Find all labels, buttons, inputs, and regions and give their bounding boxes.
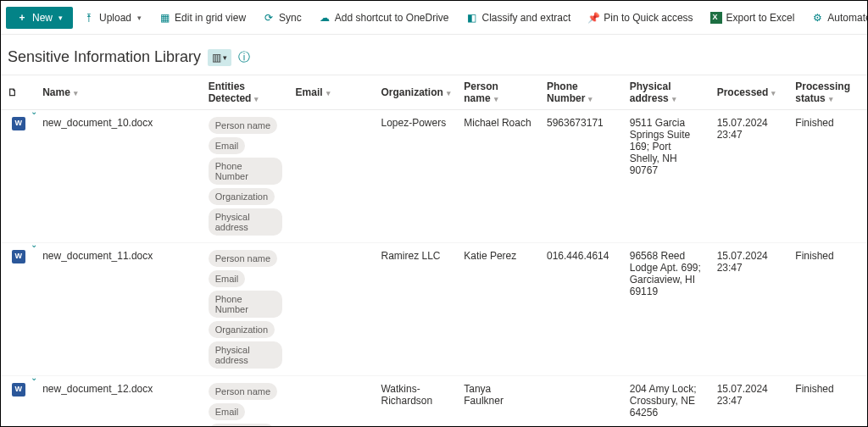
- entities-cell: Person nameEmailOrganizationPhysical add…: [202, 376, 289, 428]
- classify-label: Classify and extract: [482, 12, 571, 24]
- pin-label: Pin to Quick access: [604, 12, 693, 24]
- email-cell: [289, 243, 375, 376]
- entity-chip: Phone Number: [209, 291, 282, 318]
- upload-label: Upload: [99, 12, 131, 24]
- table-row[interactable]: ⌄new_document_12.docxPerson nameEmailOrg…: [1, 376, 867, 428]
- upload-icon: ⭱: [83, 12, 95, 24]
- new-indicator-icon: ⌄: [31, 240, 37, 249]
- chevron-down-icon: ▾: [254, 95, 259, 103]
- col-person[interactable]: Person name▾: [457, 75, 540, 110]
- file-name: new_document_11.docx: [42, 250, 153, 262]
- automate-button[interactable]: ⚙ Automate ▾: [804, 7, 868, 29]
- pin-button[interactable]: 📌 Pin to Quick access: [581, 7, 699, 29]
- col-org[interactable]: Organization▾: [374, 75, 457, 110]
- command-bar: + New ▾ ⭱ Upload ▾ ▦ Edit in grid view ⟳…: [1, 1, 867, 35]
- new-label: New: [32, 12, 53, 24]
- file-type-cell: [1, 110, 36, 243]
- library-icon: ▥: [212, 52, 221, 64]
- grid-label: Edit in grid view: [175, 12, 246, 24]
- file-table: 🗋 Name▾ Entities Detected▾ Email▾ Organi…: [1, 75, 867, 427]
- person-cell: Michael Roach: [457, 110, 540, 243]
- docx-icon: [12, 250, 25, 263]
- file-icon: 🗋: [8, 86, 18, 98]
- status-cell: Finished: [788, 376, 867, 428]
- file-name-cell[interactable]: ⌄new_document_12.docx: [36, 376, 202, 428]
- shortcut-icon: ☁: [319, 12, 331, 24]
- entity-chip: Organization: [209, 188, 275, 205]
- entities-cell: Person nameEmailPhone NumberOrganization…: [202, 110, 289, 243]
- view-switcher[interactable]: ▥ ▾: [208, 49, 231, 66]
- excel-icon: [710, 12, 722, 24]
- shortcut-button[interactable]: ☁ Add shortcut to OneDrive: [312, 7, 456, 29]
- status-cell: Finished: [788, 243, 867, 376]
- phone-cell: 016.446.4614: [540, 243, 623, 376]
- chevron-down-icon: ▾: [588, 95, 593, 103]
- entity-chip: Email: [209, 403, 246, 420]
- chevron-down-icon: ▾: [829, 95, 833, 103]
- file-name: new_document_12.docx: [42, 383, 153, 395]
- entity-chip: Person name: [209, 250, 277, 267]
- chevron-down-icon: ▾: [672, 95, 676, 103]
- file-type-cell: [1, 243, 36, 376]
- chevron-down-icon: ▾: [58, 14, 63, 22]
- info-icon[interactable]: ⓘ: [238, 50, 250, 65]
- header-row: 🗋 Name▾ Entities Detected▾ Email▾ Organi…: [1, 75, 867, 110]
- export-excel-button[interactable]: Export to Excel: [704, 7, 802, 29]
- entity-chip: Organization: [209, 424, 275, 427]
- entity-chip: Phone Number: [209, 158, 282, 185]
- entities-cell: Person nameEmailPhone NumberOrganization…: [202, 243, 289, 376]
- person-cell: Tanya Faulkner: [457, 376, 540, 428]
- chevron-down-icon: ▾: [494, 95, 498, 103]
- entity-chip: Physical address: [209, 341, 282, 369]
- col-addr[interactable]: Physical address▾: [623, 75, 710, 110]
- addr-cell: 9511 Garcia Springs Suite 169; Port Shel…: [623, 110, 710, 243]
- file-name: new_document_10.docx: [42, 117, 153, 129]
- org-cell: Ramirez LLC: [374, 243, 457, 376]
- processed-cell: 15.07.2024 23:47: [710, 376, 789, 428]
- new-indicator-icon: ⌄: [31, 107, 37, 116]
- table-row[interactable]: ⌄new_document_11.docxPerson nameEmailPho…: [1, 243, 867, 376]
- entity-chip: Email: [209, 270, 246, 287]
- chevron-down-icon: ▾: [447, 89, 451, 97]
- docx-icon: [12, 117, 25, 130]
- classify-button[interactable]: ◧ Classify and extract: [459, 7, 578, 29]
- plus-icon: +: [16, 12, 28, 24]
- sync-label: Sync: [279, 12, 302, 24]
- docx-icon: [12, 383, 25, 396]
- col-phone[interactable]: Phone Number▾: [540, 75, 623, 110]
- file-type-cell: [1, 376, 36, 428]
- col-entities[interactable]: Entities Detected▾: [202, 75, 289, 110]
- sync-button[interactable]: ⟳ Sync: [256, 7, 309, 29]
- processed-cell: 15.07.2024 23:47: [710, 110, 789, 243]
- edit-grid-button[interactable]: ▦ Edit in grid view: [152, 7, 253, 29]
- entity-chip: Organization: [209, 321, 275, 338]
- grid-icon: ▦: [159, 12, 170, 24]
- table-row[interactable]: ⌄new_document_10.docxPerson nameEmailPho…: [1, 110, 867, 243]
- status-cell: Finished: [788, 110, 867, 243]
- chevron-down-icon: ▾: [771, 89, 776, 97]
- phone-cell: [540, 376, 623, 428]
- col-name[interactable]: Name▾: [36, 75, 202, 110]
- phone-cell: 5963673171: [540, 110, 623, 243]
- shortcut-label: Add shortcut to OneDrive: [335, 12, 449, 24]
- col-filetype[interactable]: 🗋: [1, 75, 36, 110]
- new-button[interactable]: + New ▾: [6, 7, 73, 29]
- addr-cell: 204 Amy Lock; Crossbury, NE 64256: [623, 376, 710, 428]
- sync-icon: ⟳: [263, 12, 275, 24]
- chevron-down-icon: ▾: [223, 53, 227, 62]
- chevron-down-icon: ▾: [137, 14, 142, 22]
- entity-chip: Email: [209, 137, 246, 154]
- file-name-cell[interactable]: ⌄new_document_10.docx: [36, 110, 202, 243]
- automate-label: Automate: [827, 12, 868, 24]
- upload-button[interactable]: ⭱ Upload ▾: [76, 7, 148, 29]
- new-indicator-icon: ⌄: [31, 373, 37, 382]
- col-processed[interactable]: Processed▾: [710, 75, 789, 110]
- automate-icon: ⚙: [811, 12, 823, 24]
- org-cell: Watkins-Richardson: [374, 376, 457, 428]
- col-email[interactable]: Email▾: [289, 75, 375, 110]
- file-name-cell[interactable]: ⌄new_document_11.docx: [36, 243, 202, 376]
- classify-icon: ◧: [466, 12, 478, 24]
- chevron-down-icon: ▾: [74, 89, 78, 97]
- col-status[interactable]: Processing status▾: [788, 75, 867, 110]
- email-cell: [289, 376, 375, 428]
